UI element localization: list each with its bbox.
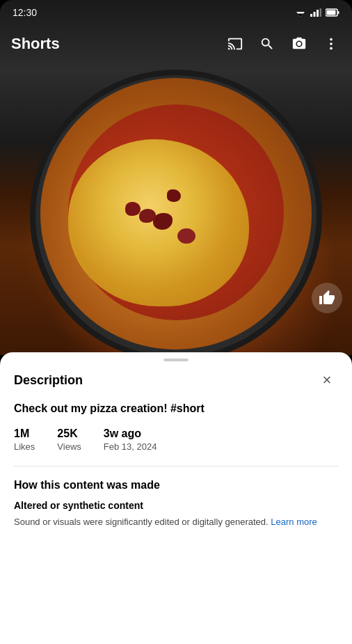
synthetic-label: Altered or synthetic content [14,500,338,511]
video-title: Check out my pizza creation! #short [14,402,338,415]
more-button[interactable] [321,34,341,54]
svg-point-12 [330,47,333,50]
svg-point-11 [330,42,333,45]
sheet-header: Description × [14,369,338,391]
more-icon [323,36,339,52]
camera-icon [291,36,307,52]
battery-icon [326,8,339,17]
stat-date-label: Feb 13, 2024 [104,441,157,452]
close-icon: × [323,371,332,389]
stats-row: 1M Likes 25K Views 3w ago Feb 13, 2024 [14,427,338,452]
svg-rect-7 [327,10,336,15]
stat-likes-value: 1M [14,427,35,440]
svg-rect-2 [310,14,312,17]
status-icons [295,8,339,17]
thumbs-up-icon [319,290,335,306]
app-bar-actions [225,34,341,54]
stat-views: 25K Views [57,427,81,452]
svg-rect-3 [314,12,316,17]
wifi-icon [295,8,306,17]
bottom-sheet: Description × Check out my pizza creatio… [0,352,352,644]
stat-date-value: 3w ago [104,427,157,440]
app-bar: Shorts [0,25,352,63]
close-button[interactable]: × [316,369,338,391]
svg-rect-5 [320,8,322,17]
learn-more-link[interactable]: Learn more [271,517,317,527]
svg-rect-8 [338,11,339,14]
divider [14,466,338,466]
stat-views-label: Views [57,441,81,452]
svg-point-9 [297,42,301,46]
content-made-title: How this content was made [14,479,338,492]
stat-views-value: 25K [57,427,81,440]
stat-likes-label: Likes [14,441,35,452]
svg-rect-4 [317,10,319,17]
like-button[interactable] [312,283,342,313]
search-button[interactable] [257,34,277,54]
drag-handle[interactable] [163,359,189,361]
sheet-title: Description [14,373,83,388]
svg-point-10 [330,38,333,41]
cast-icon [227,36,243,52]
synthetic-desc: Sound or visuals were significantly edit… [14,515,338,529]
svg-marker-1 [298,14,303,17]
stat-likes: 1M Likes [14,427,35,452]
stat-date: 3w ago Feb 13, 2024 [104,427,157,452]
search-icon [259,36,275,52]
app-title: Shorts [11,35,60,53]
synthetic-desc-text: Sound or visuals were significantly edit… [14,517,269,527]
signal-icon [310,8,321,17]
camera-button[interactable] [289,34,309,54]
status-bar: 12:30 [0,0,352,25]
status-time: 12:30 [13,7,37,18]
cast-button[interactable] [225,34,245,54]
